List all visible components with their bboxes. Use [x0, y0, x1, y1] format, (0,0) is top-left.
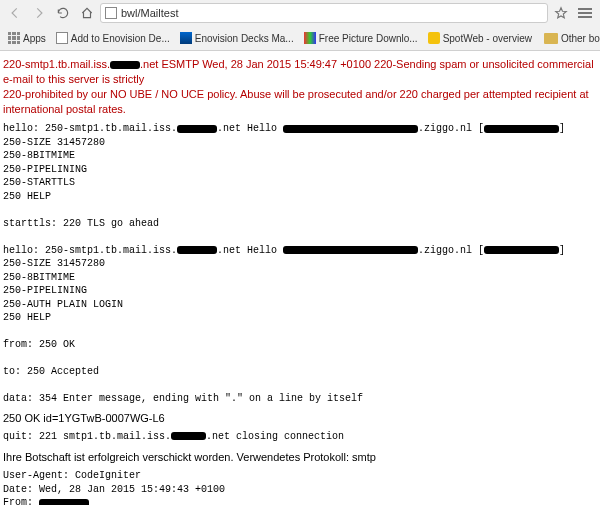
bookmark-item[interactable]: Enovision Decks Ma...: [176, 30, 298, 46]
header-line: User-Agent: CodeIgniter: [3, 470, 141, 481]
page-content: 220-smtp1.tb.mail.iss..net ESMTP Wed, 28…: [0, 51, 600, 505]
page-icon: [105, 7, 117, 19]
reload-button[interactable]: [52, 3, 74, 23]
header-line: From:: [3, 497, 39, 505]
bookmark-label: SpotWeb - overview: [443, 33, 532, 44]
header-line: Date: Wed, 28 Jan 2015 15:49:43 +0100: [3, 484, 225, 495]
smtp-ok-id: 250 OK id=1YGTwB-0007WG-L6: [3, 412, 597, 424]
log-line: 250 HELP: [3, 191, 51, 202]
hamburger-icon: [578, 8, 592, 18]
bookmark-item[interactable]: Free Picture Downlo...: [300, 30, 422, 46]
smtp-quit-line: quit: 221 smtp1.tb.mail.iss..net closing…: [3, 430, 597, 444]
bookmark-label: Enovision Decks Ma...: [195, 33, 294, 44]
other-bookmarks-label: Other books: [561, 33, 600, 44]
redacted: [177, 246, 217, 254]
smtp-log-block-1: hello: 250-smtp1.tb.mail.iss..net Hello …: [3, 122, 597, 406]
smtp-banner: 220-smtp1.tb.mail.iss..net ESMTP Wed, 28…: [3, 57, 597, 116]
folder-icon: [544, 33, 558, 44]
favicon-icon: [56, 32, 68, 44]
log-line: data: 354 Enter message, ending with "."…: [3, 393, 363, 404]
menu-button[interactable]: [574, 3, 596, 23]
log-line: .ziggo.nl [: [418, 245, 484, 256]
log-line: quit: 221 smtp1.tb.mail.iss.: [3, 431, 171, 442]
home-icon: [80, 6, 94, 20]
favicon-icon: [428, 32, 440, 44]
log-line: 250-8BITMIME: [3, 150, 75, 161]
bookmark-label: Free Picture Downlo...: [319, 33, 418, 44]
star-icon: [554, 6, 568, 20]
log-line: .net closing connection: [206, 431, 344, 442]
log-line: ]: [559, 245, 565, 256]
reload-icon: [56, 6, 70, 20]
log-line: hello: 250-smtp1.tb.mail.iss.: [3, 245, 177, 256]
redacted: [484, 246, 559, 254]
back-button[interactable]: [4, 3, 26, 23]
favicon-icon: [180, 32, 192, 44]
apps-label: Apps: [23, 33, 46, 44]
log-line: 250-8BITMIME: [3, 272, 75, 283]
log-line: .net Hello: [217, 245, 283, 256]
mail-headers: User-Agent: CodeIgniter Date: Wed, 28 Ja…: [3, 469, 597, 505]
forward-button[interactable]: [28, 3, 50, 23]
success-message: Ihre Botschaft ist erfolgreich verschick…: [3, 451, 597, 463]
apps-icon: [8, 32, 20, 44]
redacted: [171, 432, 206, 440]
bookmark-star-button[interactable]: [550, 3, 572, 23]
redacted: [110, 61, 140, 69]
nav-toolbar: bwl/Mailtest: [0, 0, 600, 26]
browser-chrome: bwl/Mailtest Apps Add to Enovision De...…: [0, 0, 600, 51]
redacted: [39, 499, 89, 505]
arrow-right-icon: [32, 6, 46, 20]
log-line: .ziggo.nl [: [418, 123, 484, 134]
redacted: [484, 125, 559, 133]
log-line: from: 250 OK: [3, 339, 75, 350]
banner-text: 220-smtp1.tb.mail.iss.: [3, 58, 110, 70]
log-line: .net Hello: [217, 123, 283, 134]
bookmark-item[interactable]: SpotWeb - overview: [424, 30, 536, 46]
log-line: 250-PIPELINING: [3, 285, 87, 296]
log-line: 250 HELP: [3, 312, 51, 323]
log-line: 250-SIZE 31457280: [3, 258, 105, 269]
arrow-left-icon: [8, 6, 22, 20]
log-line: 250-STARTTLS: [3, 177, 75, 188]
banner-text: 220-prohibited by our NO UBE / NO UCE po…: [3, 88, 589, 115]
other-bookmarks-button[interactable]: Other books: [540, 31, 600, 46]
redacted: [177, 125, 217, 133]
log-line: to: 250 Accepted: [3, 366, 99, 377]
log-line: hello: 250-smtp1.tb.mail.iss.: [3, 123, 177, 134]
favicon-icon: [304, 32, 316, 44]
address-bar[interactable]: bwl/Mailtest: [100, 3, 548, 23]
redacted: [283, 125, 418, 133]
url-text: bwl/Mailtest: [121, 7, 178, 19]
home-button[interactable]: [76, 3, 98, 23]
bookmark-label: Add to Enovision De...: [71, 33, 170, 44]
bookmarks-bar: Apps Add to Enovision De... Enovision De…: [0, 26, 600, 50]
log-line: ]: [559, 123, 565, 134]
bookmark-item[interactable]: Add to Enovision De...: [52, 30, 174, 46]
log-line: starttls: 220 TLS go ahead: [3, 218, 159, 229]
apps-button[interactable]: Apps: [4, 30, 50, 46]
redacted: [283, 246, 418, 254]
log-line: 250-SIZE 31457280: [3, 137, 105, 148]
log-line: 250-PIPELINING: [3, 164, 87, 175]
log-line: 250-AUTH PLAIN LOGIN: [3, 299, 123, 310]
